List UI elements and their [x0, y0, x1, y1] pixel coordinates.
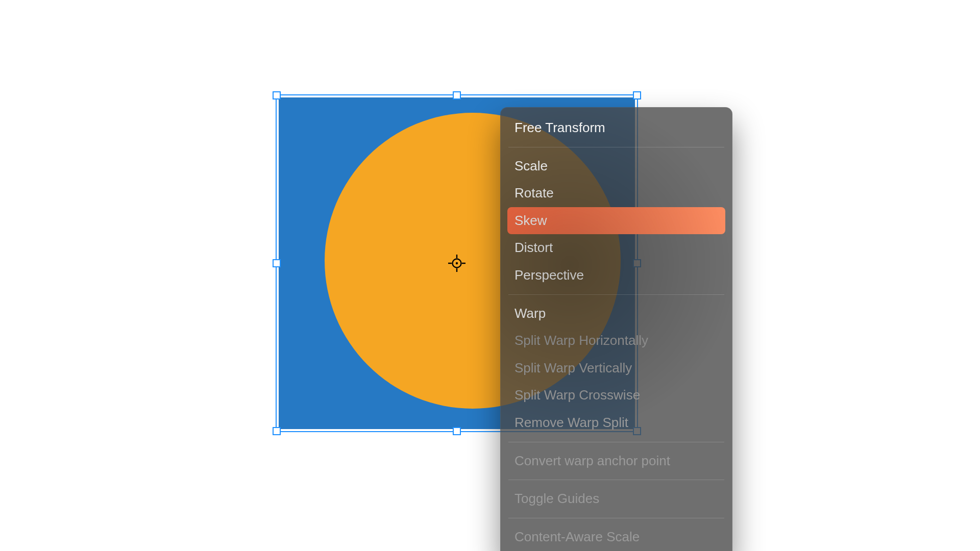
menu-separator: [508, 518, 724, 518]
menu-item-scale[interactable]: Scale: [507, 153, 725, 180]
menu-separator: [508, 294, 724, 295]
menu-item-split-warp-crosswise: Split Warp Crosswise: [507, 382, 725, 409]
menu-item-skew[interactable]: Skew: [507, 207, 725, 235]
menu-separator: [508, 147, 724, 147]
transform-context-menu[interactable]: Free TransformScaleRotateSkewDistortPers…: [500, 107, 732, 551]
resize-handle-top-right[interactable]: [633, 91, 641, 99]
menu-item-rotate[interactable]: Rotate: [507, 180, 725, 207]
resize-handle-middle-left[interactable]: [273, 259, 281, 267]
menu-item-free-transform[interactable]: Free Transform: [507, 114, 725, 142]
menu-item-toggle-guides: Toggle Guides: [507, 485, 725, 513]
menu-item-warp[interactable]: Warp: [507, 300, 725, 328]
stage: Free TransformScaleRotateSkewDistortPers…: [0, 0, 980, 551]
resize-handle-top-middle[interactable]: [453, 91, 461, 99]
resize-handle-top-left[interactable]: [273, 91, 281, 99]
resize-handle-bottom-middle[interactable]: [453, 427, 461, 435]
svg-point-1: [456, 262, 458, 264]
menu-item-split-warp-horizontally: Split Warp Horizontally: [507, 327, 725, 355]
menu-item-convert-warp-anchor-point: Convert warp anchor point: [507, 447, 725, 475]
menu-item-perspective[interactable]: Perspective: [507, 262, 725, 289]
transform-pivot-icon[interactable]: [448, 255, 465, 272]
menu-separator: [508, 442, 724, 442]
menu-item-distort[interactable]: Distort: [507, 234, 725, 262]
menu-item-split-warp-vertically: Split Warp Vertically: [507, 355, 725, 382]
menu-item-content-aware-scale: Content-Aware Scale: [507, 523, 725, 551]
resize-handle-bottom-left[interactable]: [273, 427, 281, 435]
menu-item-remove-warp-split: Remove Warp Split: [507, 409, 725, 437]
menu-separator: [508, 480, 724, 480]
